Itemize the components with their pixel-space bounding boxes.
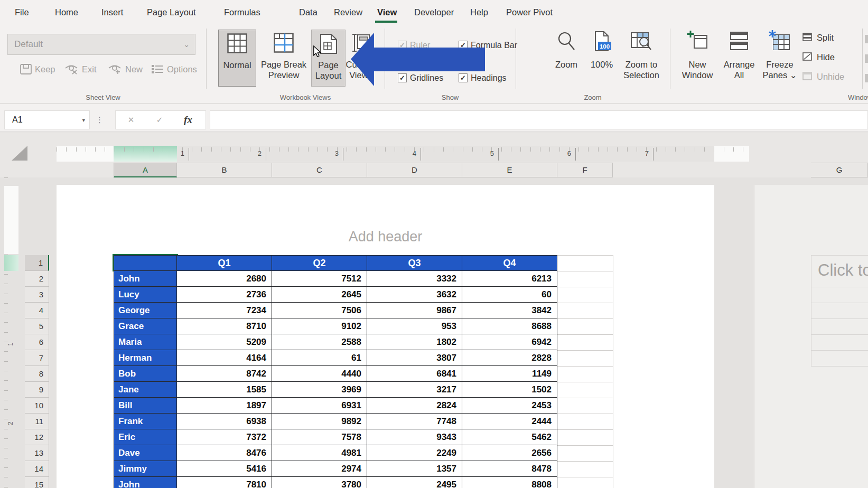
cell-name-row15[interactable]: John — [114, 477, 177, 488]
name-box[interactable]: A1 ▾ — [4, 110, 90, 129]
cell-name-row8[interactable]: Bob — [114, 366, 177, 382]
menu-tab-home[interactable]: Home — [55, 0, 78, 24]
cell-value[interactable]: 953 — [367, 318, 462, 334]
cell-value[interactable]: 7234 — [177, 303, 272, 318]
cell-value[interactable]: 9867 — [367, 303, 462, 318]
options-button[interactable]: Options — [151, 62, 197, 76]
cell-value[interactable]: 2974 — [272, 461, 367, 477]
cell-value[interactable]: 8478 — [462, 461, 557, 477]
cell-name-row11[interactable]: Frank — [114, 414, 177, 429]
cell-value[interactable]: 2824 — [367, 398, 462, 414]
cell-value[interactable]: 5462 — [462, 429, 557, 445]
menu-tab-page-layout[interactable]: Page Layout — [147, 0, 196, 24]
cell-value[interactable]: 7372 — [177, 429, 272, 445]
new-sheet-view-button[interactable]: New — [108, 62, 143, 76]
cell-value[interactable]: 7578 — [272, 429, 367, 445]
cancel-icon[interactable]: ✕ — [123, 111, 139, 129]
cell-value[interactable]: 2645 — [272, 287, 367, 303]
hide-button[interactable] — [802, 52, 812, 63]
arrange-all-button[interactable] — [729, 31, 750, 54]
row-header-6[interactable]: 6 — [25, 334, 49, 350]
cell-value[interactable]: 5209 — [177, 334, 272, 350]
cell-name-row6[interactable]: Maria — [114, 334, 177, 350]
cell-value[interactable]: 3842 — [462, 303, 557, 318]
cell-value[interactable]: 6841 — [367, 366, 462, 382]
cell-value[interactable]: 5416 — [177, 461, 272, 477]
cell-value[interactable]: 3217 — [367, 382, 462, 398]
cell-header-Q4[interactable]: Q4 — [462, 255, 557, 271]
formula-bar-grip[interactable]: ⋮ — [96, 110, 102, 129]
row-header-8[interactable]: 8 — [25, 366, 49, 382]
menu-tab-review[interactable]: Review — [334, 0, 362, 24]
menu-tab-file[interactable]: File — [15, 0, 29, 24]
cell-value[interactable]: 8742 — [177, 366, 272, 382]
cell-value[interactable]: 8710 — [177, 318, 272, 334]
cell-value[interactable]: 61 — [272, 350, 367, 366]
column-header-C[interactable]: C — [272, 163, 367, 177]
column-header-G[interactable]: G — [811, 163, 868, 177]
name-box-dropdown-icon[interactable]: ▾ — [82, 111, 85, 129]
cell-header-Q3[interactable]: Q3 — [367, 255, 462, 271]
cell-value[interactable]: 2656 — [462, 445, 557, 461]
cell-value[interactable]: 3632 — [367, 287, 462, 303]
cell-value[interactable]: 2680 — [177, 271, 272, 287]
row-header-5[interactable]: 5 — [25, 318, 49, 334]
row-header-10[interactable]: 10 — [25, 398, 49, 414]
cell-value[interactable]: 7506 — [272, 303, 367, 318]
cell-value[interactable]: 7810 — [177, 477, 272, 488]
row-header-12[interactable]: 12 — [25, 429, 49, 445]
enter-icon[interactable]: ✓ — [152, 111, 167, 129]
cell-name-row10[interactable]: Bill — [114, 398, 177, 414]
cell-value[interactable]: 7512 — [272, 271, 367, 287]
cell-value[interactable]: 6931 — [272, 398, 367, 414]
menu-tab-help[interactable]: Help — [470, 0, 488, 24]
cell-value[interactable]: 6938 — [177, 414, 272, 429]
cell-A1[interactable] — [114, 255, 177, 271]
cell-value[interactable]: 1585 — [177, 382, 272, 398]
cell-value[interactable]: 9892 — [272, 414, 367, 429]
checkbox-gridlines[interactable]: ✓ — [398, 73, 407, 82]
row-header-14[interactable]: 14 — [25, 461, 49, 477]
unhide-button[interactable] — [802, 72, 812, 82]
insert-function-icon[interactable]: fx — [180, 111, 196, 129]
cell-value[interactable]: 1802 — [367, 334, 462, 350]
row-header-15[interactable]: 15 — [25, 477, 49, 488]
zoom-100-button[interactable]: 100 — [591, 31, 612, 54]
row-header-9[interactable]: 9 — [25, 382, 49, 398]
cell-name-row7[interactable]: Herman — [114, 350, 177, 366]
row-header-4[interactable]: 4 — [25, 303, 49, 318]
cell-value[interactable]: 1897 — [177, 398, 272, 414]
cell-value[interactable]: 3780 — [272, 477, 367, 488]
click-to-add-prompt[interactable]: Click to — [818, 261, 868, 280]
cell-value[interactable]: 9343 — [367, 429, 462, 445]
row-header-7[interactable]: 7 — [25, 350, 49, 366]
page-break-preview-button[interactable]: Page Break Preview — [258, 30, 309, 87]
cell-value[interactable]: 8808 — [462, 477, 557, 488]
row-header-2[interactable]: 2 — [25, 271, 49, 287]
split-button[interactable] — [802, 33, 812, 43]
column-header-E[interactable]: E — [462, 163, 557, 177]
cell-value[interactable]: 1357 — [367, 461, 462, 477]
cell-value[interactable]: 4440 — [272, 366, 367, 382]
cell-value[interactable]: 2495 — [367, 477, 462, 488]
cell-value[interactable]: 3332 — [367, 271, 462, 287]
cell-value[interactable]: 2736 — [177, 287, 272, 303]
cell-value[interactable]: 60 — [462, 287, 557, 303]
column-header-A[interactable]: A — [114, 163, 177, 177]
cell-name-row13[interactable]: Dave — [114, 445, 177, 461]
zoom-to-selection-button[interactable] — [630, 31, 652, 54]
cell-value[interactable]: 8476 — [177, 445, 272, 461]
formula-input[interactable] — [210, 110, 868, 129]
zoom-button[interactable] — [556, 31, 577, 54]
cell-value[interactable]: 6942 — [462, 334, 557, 350]
row-header-1[interactable]: 1 — [25, 255, 49, 271]
cell-value[interactable]: 8688 — [462, 318, 557, 334]
add-header-placeholder[interactable]: Add header — [57, 229, 714, 245]
cell-value[interactable]: 3807 — [367, 350, 462, 366]
menu-tab-developer[interactable]: Developer — [414, 0, 454, 24]
cell-value[interactable]: 4981 — [272, 445, 367, 461]
menu-tab-formulas[interactable]: Formulas — [224, 0, 260, 24]
cell-name-row2[interactable]: John — [114, 271, 177, 287]
cell-header-Q1[interactable]: Q1 — [177, 255, 272, 271]
exit-button[interactable]: Exit — [64, 62, 97, 76]
